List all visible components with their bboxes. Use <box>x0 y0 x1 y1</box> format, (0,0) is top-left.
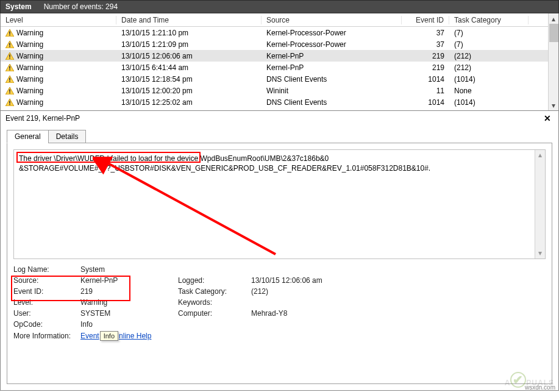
cell-date: 13/10/15 6:41:44 am <box>116 63 262 72</box>
checkmark-icon: ✔ <box>510 372 526 388</box>
svg-rect-7 <box>9 54 10 57</box>
value-level: Warning <box>80 298 178 307</box>
warning-icon <box>5 87 14 94</box>
scroll-thumb[interactable] <box>549 24 558 42</box>
cell-level: Warning <box>16 98 43 107</box>
cell-level: Warning <box>16 87 43 95</box>
warning-icon <box>5 76 14 83</box>
warning-icon <box>5 64 14 71</box>
table-row[interactable]: Warning13/10/15 1:21:09 pmKernel-Process… <box>1 38 548 50</box>
table-row[interactable]: Warning13/10/15 12:18:54 pmDNS Client Ev… <box>1 73 548 85</box>
value-opcode: Info <box>80 320 178 329</box>
event-properties: Log Name: System Source: Kernel-PnP Logg… <box>13 265 546 341</box>
table-row[interactable]: Warning13/10/15 12:00:20 pmWininit11None <box>1 85 548 96</box>
cell-task: (7) <box>449 40 529 49</box>
detail-pane: Event 219, Kernel-PnP ✕ General Details … <box>0 111 559 391</box>
cell-source: Kernel-Processor-Power <box>262 40 402 49</box>
col-header-task[interactable]: Task Category <box>449 16 529 24</box>
cell-level: Warning <box>16 40 43 49</box>
value-task-category: (212) <box>251 287 373 296</box>
warning-icon <box>5 29 14 37</box>
tab-body: The driver \Driver\WUDFRd failed to load… <box>7 143 552 384</box>
value-event-id: 219 <box>80 287 178 296</box>
table-row[interactable]: Warning13/10/15 12:06:06 amKernel-PnP219… <box>1 50 548 62</box>
cell-date: 13/10/15 12:25:02 am <box>116 98 262 107</box>
value-user: SYSTEM <box>80 309 178 318</box>
link-event-log-help-left[interactable]: Event <box>80 332 99 340</box>
svg-rect-8 <box>9 57 10 59</box>
label-event-id: Event ID: <box>13 287 80 296</box>
label-level: Level: <box>13 298 80 307</box>
svg-rect-1 <box>9 31 10 34</box>
svg-rect-11 <box>9 69 10 70</box>
cell-task: (212) <box>449 63 529 72</box>
scroll-down-arrow-icon[interactable]: ▾ <box>535 248 545 258</box>
svg-rect-17 <box>9 92 10 93</box>
event-description-box: The driver \Driver\WUDFRd failed to load… <box>13 149 546 259</box>
label-logged: Logged: <box>178 276 251 285</box>
label-task-category: Task Category: <box>178 287 251 296</box>
table-row[interactable]: Warning13/10/15 6:41:44 amKernel-PnP219(… <box>1 62 548 73</box>
value-log-name: System <box>80 265 178 274</box>
svg-rect-2 <box>9 34 10 35</box>
svg-rect-5 <box>9 46 10 47</box>
value-source: Kernel-PnP <box>80 276 178 285</box>
link-event-log-help-right[interactable]: nline Help <box>119 332 151 340</box>
cell-eventid: 1014 <box>402 75 449 84</box>
scroll-down-arrow-icon[interactable]: ▾ <box>549 100 558 110</box>
cell-task: (1014) <box>449 98 529 107</box>
label-computer: Computer: <box>178 309 251 318</box>
desc-line1b: WpdBusEnumRoot\UMB\2&37c186b&0 <box>200 154 329 163</box>
cell-eventid: 1014 <box>402 98 449 107</box>
label-user: User: <box>13 309 80 318</box>
cell-task: (1014) <box>449 75 529 84</box>
warning-icon <box>5 52 14 60</box>
event-grid: Level Date and Time Source Event ID Task… <box>0 13 559 111</box>
svg-rect-4 <box>9 43 10 45</box>
log-name-title: System <box>5 2 32 11</box>
tab-general[interactable]: General <box>7 130 49 143</box>
value-logged: 13/10/15 12:06:06 am <box>251 276 373 285</box>
cell-date: 13/10/15 12:18:54 pm <box>116 75 262 84</box>
cell-eventid: 37 <box>402 29 449 37</box>
cell-level: Warning <box>16 29 43 37</box>
scroll-up-arrow-icon[interactable]: ▴ <box>549 13 558 24</box>
cell-source: Kernel-Processor-Power <box>262 29 402 37</box>
label-source: Source: <box>13 276 80 285</box>
scroll-up-arrow-icon[interactable]: ▴ <box>535 150 545 160</box>
grid-scrollbar[interactable]: ▴ ▾ <box>548 13 558 110</box>
desc-line2: &STORAGE#VOLUME#_??_USBSTOR#DISK&VEN_GEN… <box>19 164 430 173</box>
tab-details[interactable]: Details <box>48 130 87 143</box>
desc-scrollbar[interactable]: ▴ ▾ <box>535 150 545 258</box>
cell-level: Warning <box>16 63 43 72</box>
svg-rect-10 <box>9 66 10 68</box>
cell-source: Kernel-PnP <box>262 52 402 60</box>
event-count: Number of events: 294 <box>44 2 118 11</box>
svg-rect-13 <box>9 77 10 80</box>
svg-rect-20 <box>9 104 10 105</box>
col-header-eventid[interactable]: Event ID <box>402 16 449 24</box>
col-header-source[interactable]: Source <box>262 16 402 24</box>
cell-date: 13/10/15 1:21:10 pm <box>116 29 262 37</box>
col-header-date[interactable]: Date and Time <box>116 16 262 24</box>
cell-task: (7) <box>449 29 529 37</box>
cell-eventid: 37 <box>402 40 449 49</box>
table-row[interactable]: Warning13/10/15 12:25:02 amDNS Client Ev… <box>1 96 548 108</box>
cell-level: Warning <box>16 75 43 84</box>
cell-source: DNS Client Events <box>262 98 402 107</box>
label-opcode: OpCode: <box>13 320 80 329</box>
close-button[interactable]: ✕ <box>541 113 554 123</box>
col-header-level[interactable]: Level <box>1 16 116 24</box>
value-computer: Mehrad-Y8 <box>251 309 373 318</box>
source-watermark: wsxdn.com <box>525 384 555 391</box>
label-keywords: Keywords: <box>178 298 251 307</box>
tooltip-info: Info <box>100 331 118 341</box>
desc-line1a: The driver \Driver\WUDFRd failed to load… <box>19 154 200 163</box>
label-log-name: Log Name: <box>13 265 80 274</box>
warning-icon <box>5 99 14 106</box>
warning-icon <box>5 41 14 48</box>
cell-eventid: 219 <box>402 52 449 60</box>
table-row[interactable]: Warning13/10/15 1:21:10 pmKernel-Process… <box>1 27 548 38</box>
event-log-help-link[interactable]: EventInfonline Help <box>80 331 178 341</box>
svg-rect-14 <box>9 80 10 82</box>
